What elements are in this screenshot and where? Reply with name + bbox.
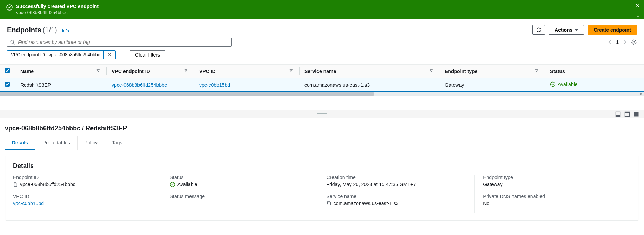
cell-name: RedshiftS3EP bbox=[15, 78, 107, 92]
settings-gear-icon[interactable] bbox=[631, 39, 637, 45]
select-all-checkbox[interactable] bbox=[5, 68, 10, 73]
svg-rect-5 bbox=[616, 115, 620, 117]
value-status-msg: – bbox=[170, 201, 309, 206]
pane-layout-full-icon[interactable] bbox=[633, 111, 639, 117]
tab-route-tables[interactable]: Route tables bbox=[35, 136, 78, 150]
page-prev-icon[interactable] bbox=[608, 40, 612, 45]
col-service: Service name bbox=[304, 68, 336, 74]
scrollbar-thumb[interactable] bbox=[0, 92, 374, 96]
value-dns: No bbox=[483, 201, 623, 206]
pane-layout-bottom-icon[interactable] bbox=[615, 111, 621, 117]
svg-rect-7 bbox=[625, 112, 630, 113]
check-circle-icon bbox=[170, 182, 175, 187]
cell-type: Gateway bbox=[440, 78, 545, 92]
info-link[interactable]: Info bbox=[62, 28, 69, 33]
cell-service: com.amazonaws.us-east-1.s3 bbox=[300, 78, 440, 92]
label-type: Endpoint type bbox=[483, 175, 623, 180]
cell-vpce-link[interactable]: vpce-068b8b6ffd254bbbc bbox=[112, 82, 167, 88]
actions-label: Actions bbox=[555, 27, 572, 33]
copy-icon[interactable] bbox=[327, 201, 331, 206]
table-row[interactable]: RedshiftS3EP vpce-068b8b6ffd254bbbc vpc-… bbox=[0, 78, 644, 92]
svg-rect-8 bbox=[634, 112, 639, 117]
detail-breadcrumb: vpce-068b8b6ffd254bbbc / RedshiftS3EP bbox=[0, 118, 644, 134]
create-endpoint-button[interactable]: Create endpoint bbox=[588, 25, 637, 35]
label-dns: Private DNS names enabled bbox=[483, 194, 623, 199]
label-service: Service name bbox=[327, 194, 466, 199]
clear-filters-button[interactable]: Clear filters bbox=[130, 50, 165, 59]
col-vpce: VPC endpoint ID bbox=[112, 68, 150, 74]
copy-icon[interactable] bbox=[13, 182, 18, 187]
horizontal-scrollbar[interactable]: ◄ ► bbox=[0, 92, 644, 96]
filter-chip: VPC endpoint ID : vpce-068b8b6ffd254bbbc… bbox=[7, 50, 116, 59]
filter-chip-remove-icon[interactable]: ✕ bbox=[103, 51, 115, 59]
sort-icon[interactable]: ▽ bbox=[97, 68, 100, 72]
banner-close-icon[interactable] bbox=[635, 3, 640, 8]
value-creation: Friday, May 26, 2023 at 15:47:35 GMT+7 bbox=[327, 182, 466, 187]
filter-chip-label[interactable]: VPC endpoint ID : vpce-068b8b6ffd254bbbc bbox=[7, 51, 103, 59]
card-title: Details bbox=[6, 156, 638, 175]
svg-rect-11 bbox=[328, 202, 330, 205]
svg-point-3 bbox=[551, 82, 555, 87]
chevron-down-icon bbox=[575, 29, 578, 31]
page-count: (1/1) bbox=[43, 26, 57, 34]
success-check-icon bbox=[6, 4, 13, 11]
sort-icon[interactable]: ▽ bbox=[290, 68, 293, 72]
value-service: com.amazonaws.us-east-1.s3 bbox=[334, 201, 399, 206]
sort-icon[interactable]: ▽ bbox=[535, 68, 538, 72]
status-text: Available bbox=[558, 81, 578, 87]
banner-title: Successfully created VPC endpoint bbox=[16, 4, 99, 9]
refresh-button[interactable] bbox=[532, 25, 545, 35]
details-card: Details Endpoint ID vpce-068b8b6ffd254bb… bbox=[6, 156, 638, 221]
tab-tags[interactable]: Tags bbox=[105, 136, 129, 150]
cell-vpc-link[interactable]: vpc-c0bb15bd bbox=[199, 82, 230, 88]
svg-point-1 bbox=[11, 40, 14, 43]
value-vpc-id-link[interactable]: vpc-c0bb15bd bbox=[13, 201, 44, 206]
pane-splitter[interactable] bbox=[0, 110, 644, 118]
sort-icon[interactable]: ▽ bbox=[185, 68, 187, 72]
label-status: Status bbox=[170, 175, 309, 180]
tab-details[interactable]: Details bbox=[5, 136, 35, 150]
col-status: Status bbox=[550, 68, 565, 74]
splitter-handle-icon bbox=[317, 113, 327, 115]
label-vpc-id: VPC ID bbox=[13, 194, 153, 199]
search-input-wrap[interactable] bbox=[7, 38, 232, 47]
tab-policy[interactable]: Policy bbox=[78, 136, 105, 150]
pane-layout-side-icon[interactable] bbox=[624, 111, 630, 117]
page-number: 1 bbox=[616, 39, 619, 45]
svg-rect-9 bbox=[14, 183, 17, 187]
label-endpoint-id: Endpoint ID bbox=[13, 175, 153, 180]
value-type: Gateway bbox=[483, 182, 623, 187]
svg-point-10 bbox=[170, 182, 175, 187]
sort-icon[interactable]: ▽ bbox=[430, 68, 433, 72]
page-title: Endpoints bbox=[7, 26, 41, 34]
value-endpoint-id: vpce-068b8b6ffd254bbbc bbox=[20, 182, 75, 187]
label-creation: Creation time bbox=[327, 175, 466, 180]
success-banner: Successfully created VPC endpoint vpce-0… bbox=[0, 0, 644, 19]
page-next-icon[interactable] bbox=[623, 40, 626, 45]
value-status: Available bbox=[177, 182, 197, 187]
row-checkbox[interactable] bbox=[5, 82, 10, 87]
svg-point-2 bbox=[633, 41, 635, 43]
banner-collapse-icon[interactable]: ▲ bbox=[636, 14, 640, 18]
status-badge: Available bbox=[550, 81, 578, 87]
banner-subtitle: vpce-068b8b6ffd254bbbc bbox=[16, 10, 99, 15]
col-vpc: VPC ID bbox=[199, 68, 216, 74]
col-type: Endpoint type bbox=[445, 68, 477, 74]
col-name: Name bbox=[20, 68, 34, 74]
check-circle-icon bbox=[550, 81, 556, 87]
scroll-right-icon[interactable]: ► bbox=[639, 92, 643, 96]
search-input[interactable] bbox=[18, 39, 228, 45]
actions-button[interactable]: Actions bbox=[549, 25, 584, 35]
search-icon bbox=[10, 40, 15, 45]
label-status-msg: Status message bbox=[170, 194, 309, 199]
